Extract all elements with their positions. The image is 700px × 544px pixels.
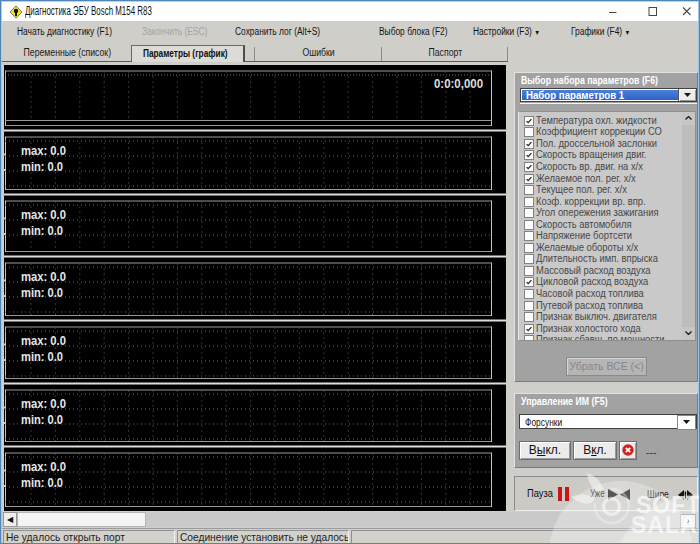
svg-text:max: 0.0: max: 0.0 [21,144,66,158]
svg-text:min: 0.0: min: 0.0 [21,413,63,427]
svg-text:max: 0.0: max: 0.0 [21,270,66,284]
svg-text:min: 0.0: min: 0.0 [21,224,63,238]
svg-text:max: 0.0: max: 0.0 [21,397,66,411]
svg-text:max: 0.0: max: 0.0 [21,460,66,474]
svg-text:min: 0.0: min: 0.0 [21,160,63,174]
svg-text:min: 0.0: min: 0.0 [21,286,63,300]
svg-text:0:0:0,000: 0:0:0,000 [434,77,483,91]
svg-text:max: 0.0: max: 0.0 [21,334,66,348]
svg-text:max: 0.0: max: 0.0 [21,208,66,222]
svg-text:min: 0.0: min: 0.0 [21,350,63,364]
svg-text:min: 0.0: min: 0.0 [21,476,63,490]
